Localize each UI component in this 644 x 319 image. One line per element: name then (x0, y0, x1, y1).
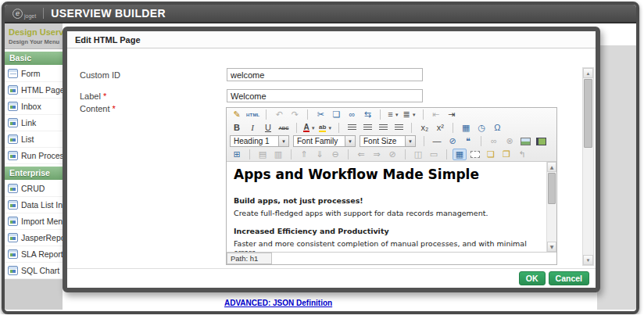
toolbar-separator (249, 149, 250, 160)
insert-image-icon[interactable] (518, 135, 532, 147)
html-source-button[interactable]: HTML (245, 109, 260, 120)
editor-toolbar-row-3: Heading 1▼Font Family▼Font Size▼—⊘❝∞⊗ (227, 134, 556, 148)
horizontal-rule-icon[interactable]: — (430, 135, 444, 147)
toolbar-separator (405, 149, 406, 160)
align-center-icon[interactable] (360, 122, 374, 134)
move-backward-icon[interactable]: ❐ (499, 149, 513, 160)
sidebar-item-data-list-inbox[interactable]: Data List Inbox (5, 197, 63, 213)
insert-time-icon[interactable]: ◷ (474, 122, 488, 134)
find-replace-icon[interactable]: ⇆ (360, 109, 374, 120)
bold-icon[interactable]: B (230, 122, 244, 134)
top-header-bar: e joget USERVIEW BUILDER (5, 5, 636, 23)
insert-media-icon (536, 138, 546, 145)
insert-link-icon[interactable]: ∞ (487, 135, 501, 147)
insert-media-icon[interactable] (534, 135, 548, 147)
find-icon[interactable]: ∞ (345, 109, 359, 120)
advanced-json-definition-link[interactable]: ADVANCED: JSON Definition (224, 299, 332, 307)
align-right-icon[interactable] (376, 122, 390, 134)
editor-toolbar: ✎HTML↶↷✂❏∞⇆≡▼≣▼⇤⇥ BIUABCA▼ab▼x₂x²▦◷Ω Hea… (227, 108, 556, 161)
label-input[interactable] (227, 89, 423, 102)
bullet-list-icon[interactable]: ≡▼ (386, 109, 400, 120)
insert-row-before-icon[interactable]: ⇑ (297, 149, 311, 160)
insert-date-icon[interactable]: ▦ (459, 122, 473, 134)
absolute-position-icon[interactable]: ↰ (515, 149, 529, 160)
label-label-text: Label (80, 91, 101, 101)
dialog-scrollbar[interactable]: ▲ ▼ (582, 67, 594, 266)
align-justify-icon[interactable] (392, 122, 406, 134)
subscript-icon[interactable]: x₂ (417, 122, 431, 134)
content-section-body: Create full-fledged apps with support fo… (234, 209, 541, 217)
underline-icon[interactable]: U (261, 122, 275, 134)
insert-row-after-icon[interactable]: ⇓ (313, 149, 327, 160)
cancel-button[interactable]: Cancel (549, 271, 589, 285)
table-cell-props-icon[interactable]: ▥ (271, 149, 285, 160)
editor-scrollbar-thumb[interactable] (548, 173, 556, 204)
editor-body-sections: Build apps, not just processes!Create fu… (234, 196, 541, 252)
align-left-icon[interactable] (345, 122, 359, 134)
content-section-title: Build apps, not just processes! (234, 196, 541, 205)
sla-report-icon (8, 249, 18, 259)
custom-id-input[interactable] (227, 68, 423, 81)
split-cells-icon[interactable]: ◫ (411, 149, 425, 160)
remove-format-icon[interactable]: ⊘ (445, 135, 460, 147)
redo-icon[interactable]: ↷ (288, 109, 302, 120)
numbered-list-icon[interactable]: ≣▼ (402, 109, 417, 120)
scroll-up-icon[interactable]: ▲ (583, 68, 593, 78)
scroll-down-icon[interactable]: ▼ (583, 255, 593, 265)
superscript-icon[interactable]: x² (433, 122, 447, 134)
undo-icon[interactable]: ↶ (272, 109, 286, 120)
copy-icon[interactable]: ❏ (329, 109, 343, 120)
editor-scrollbar[interactable]: ▲ ▼ (546, 162, 556, 252)
merge-cells-icon[interactable]: ▭ (427, 149, 441, 160)
sidebar-item-link[interactable]: Link (5, 115, 63, 131)
highlight-color-icon[interactable]: ab▼ (318, 122, 333, 134)
move-forward-icon[interactable]: ❏ (484, 149, 498, 160)
scroll-down-icon[interactable]: ▼ (547, 242, 556, 252)
sidebar-item-sla-report[interactable]: SLA Report (5, 246, 63, 263)
delete-col-icon[interactable]: ⊘ (385, 149, 399, 160)
sidebar-item-jasperreports[interactable]: JasperReports (5, 230, 63, 246)
ok-button[interactable]: OK (519, 271, 546, 285)
dialog-scrollbar-thumb[interactable] (584, 79, 592, 148)
chevron-down-icon: ▼ (345, 136, 355, 146)
sidebar-item-list[interactable]: List (5, 131, 63, 148)
insert-table-icon[interactable]: ⊞ (230, 149, 244, 160)
visual-aid-icon[interactable]: ▦ (453, 149, 467, 160)
sidebar-item-sql-chart[interactable]: SQL Chart (5, 263, 63, 279)
content-label-text: Content (80, 104, 110, 113)
table-row-props-icon[interactable]: ▤ (256, 149, 270, 160)
scroll-up-icon[interactable]: ▲ (547, 162, 556, 172)
indent-icon[interactable]: ⇥ (445, 109, 459, 120)
cut-icon[interactable]: ✂ (313, 109, 327, 120)
insert-col-before-icon[interactable]: ⇐ (354, 149, 368, 160)
blockquote-icon[interactable]: ❝ (461, 135, 475, 147)
sidebar-item-label: JasperReports (21, 233, 63, 242)
sidebar-item-import-menu[interactable]: Import Menu (5, 213, 63, 230)
insert-layer-icon[interactable] (468, 149, 482, 160)
html-page-icon (8, 85, 18, 95)
italic-icon[interactable]: I (245, 122, 259, 134)
data-list-inbox-icon (8, 200, 18, 210)
canvas-background (597, 45, 636, 310)
sidebar-item-crud[interactable]: CRUD (5, 181, 63, 197)
sidebar-item-run-process[interactable]: Run Process (5, 148, 63, 164)
editor-content-area[interactable]: Apps and Workflow Made Simple Build apps… (227, 161, 556, 252)
chevron-down-icon: ▼ (405, 136, 415, 146)
text-color-icon[interactable]: A▼ (302, 122, 317, 134)
font-family-select[interactable]: Font Family▼ (293, 135, 356, 147)
insert-col-after-icon[interactable]: ⇒ (370, 149, 384, 160)
delete-row-icon[interactable]: ⊖ (328, 149, 342, 160)
format-select[interactable]: Heading 1▼ (230, 135, 289, 147)
strikethrough-icon[interactable]: ABC (277, 122, 291, 134)
crud-icon (8, 184, 18, 193)
sidebar-item-inbox[interactable]: Inbox (5, 99, 63, 115)
format-painter-icon[interactable]: ✎ (230, 109, 244, 120)
sidebar-item-form[interactable]: Form (5, 66, 63, 82)
outdent-icon[interactable]: ⇤ (429, 109, 443, 120)
unlink-icon[interactable]: ⊗ (503, 135, 517, 147)
sidebar-item-html-page[interactable]: HTML Page (5, 82, 63, 99)
special-char-icon[interactable]: Ω (490, 122, 504, 134)
font-size-select[interactable]: Font Size▼ (360, 135, 416, 147)
select-value: Heading 1 (234, 137, 270, 145)
toolbar-separator (424, 136, 424, 146)
